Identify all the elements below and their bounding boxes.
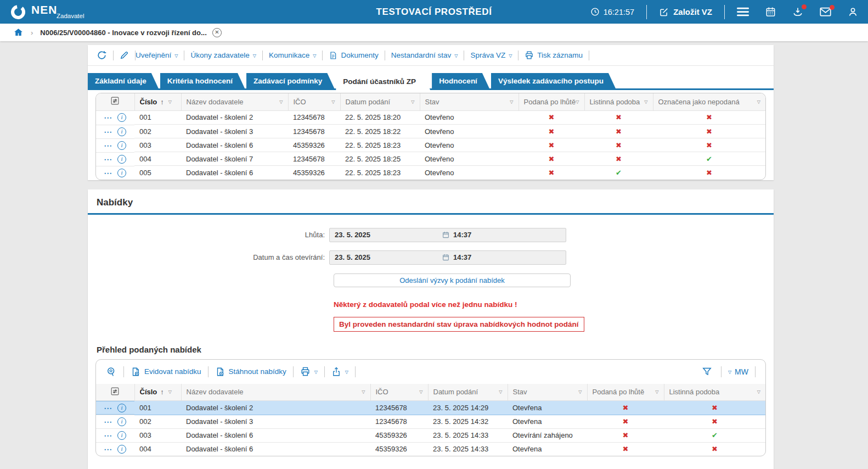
download-offers-button[interactable]: Stáhnout nabídky (210, 367, 292, 377)
menu-icon[interactable] (737, 7, 749, 17)
filter-icon[interactable]: ▽ (499, 389, 502, 394)
row-menu-icon[interactable]: ●●● (104, 171, 112, 175)
table-row[interactable]: ●●●i003Dodavatel - školení 64535932623. … (96, 428, 765, 442)
downloads-icon[interactable] (792, 7, 803, 18)
tab-pod-n-astn-k-zp[interactable]: Podání účastníků ZP (336, 73, 430, 90)
row-menu-icon[interactable]: ●●● (104, 130, 112, 133)
messages-icon[interactable] (820, 7, 831, 16)
toolbar-item-uve-ejn-n[interactable]: Uveřejnění▽ (136, 51, 184, 59)
info-icon[interactable]: i (117, 169, 126, 177)
filter-icon[interactable]: ▽ (168, 389, 172, 394)
filter-icon[interactable]: ▽ (411, 99, 414, 104)
home-icon[interactable] (13, 27, 24, 37)
app-logo[interactable]: NEN Zadavatel (10, 4, 84, 20)
row-menu-icon[interactable]: ●●● (104, 434, 112, 437)
send-invitation-button[interactable]: Odeslání výzvy k podání nabídek (334, 273, 571, 287)
column-header-datum-pod-n[interactable]: Datum podání▽ (428, 384, 508, 401)
column-header-podan-po-lh-t[interactable]: Podaná po lhůtě▽ (587, 384, 664, 401)
column-header-listinn-podoba[interactable]: Listinná podoba▽ (584, 93, 653, 110)
search-participant-icon[interactable] (105, 366, 122, 377)
column-header-stav[interactable]: Stav▽ (420, 93, 518, 110)
filter-icon[interactable]: ▽ (331, 99, 335, 104)
table-row[interactable]: ●●●i002Dodavatel - školení 31234567823. … (96, 415, 765, 428)
register-offer-button[interactable]: Evidovat nabídku (125, 367, 207, 377)
info-icon[interactable]: i (117, 431, 126, 440)
filter-icon[interactable]: ▽ (757, 99, 760, 104)
info-icon[interactable]: i (117, 404, 126, 412)
tab-hodnocen[interactable]: Hodnocení (432, 73, 489, 88)
mw-view-button[interactable]: ▽ MW (728, 367, 748, 376)
filter-icon[interactable]: ▽ (279, 99, 283, 104)
row-menu-icon[interactable]: ●●● (104, 420, 112, 423)
filter-icon[interactable]: ▽ (419, 389, 422, 394)
deadline-date-value[interactable]: 23. 5. 2025 (330, 231, 442, 239)
toolbar-item-komunikace[interactable]: Komunikace▽ (263, 51, 322, 59)
column-header-i-o[interactable]: IČO▽ (288, 93, 340, 110)
info-icon[interactable]: i (117, 127, 126, 136)
column-header-i-o[interactable]: IČO▽ (370, 384, 428, 401)
column-header-n-zev-dodavatele[interactable]: Název dodavatele▽ (181, 384, 370, 401)
refresh-icon[interactable] (97, 50, 113, 60)
column-header-stav[interactable]: Stav▽ (508, 384, 587, 401)
opening-input[interactable]: 23. 5. 2025 14:37 (329, 250, 566, 265)
toolbar-item-tisk-z-znamu[interactable]: Tisk záznamu (518, 51, 589, 60)
column-header-datum-pod-n[interactable]: Datum podání▽ (340, 93, 420, 110)
row-menu-icon[interactable]: ●●● (104, 448, 112, 451)
column-header-podan-po-lh-t[interactable]: Podaná po lhůtě▽ (518, 93, 584, 110)
filter-icon[interactable]: ▽ (510, 99, 513, 104)
column-header-n-zev-dodavatele[interactable]: Název dodavatele▽ (181, 93, 288, 110)
tab-v-sledek-zad-vac-ho-postupu[interactable]: Výsledek zadávacího postupu (491, 73, 616, 88)
filter-icon[interactable]: ▽ (655, 389, 658, 394)
deadline-time-value[interactable]: 14:37 (453, 231, 471, 239)
column-header-slo[interactable]: Číslo↑▽ (134, 384, 181, 401)
info-icon[interactable]: i (117, 141, 126, 150)
filter-icon[interactable]: ▽ (362, 389, 365, 394)
chevron-down-icon: ▽ (253, 53, 256, 58)
edit-record-icon[interactable] (114, 51, 135, 60)
breadcrumb-item[interactable]: N006/25/V00004860 - Inovace v rozvoji ří… (40, 29, 206, 37)
opening-time-value[interactable]: 14:37 (453, 253, 471, 261)
filter-icon[interactable]: ▽ (757, 389, 760, 394)
export-offers-button[interactable]: ▽ (326, 367, 354, 377)
close-record-icon[interactable]: ✕ (212, 28, 222, 37)
cell-datum: 22. 5. 2025 18:20 (340, 110, 420, 125)
row-menu-icon[interactable]: ●●● (104, 406, 112, 410)
print-offers-button[interactable]: ▽ (295, 366, 323, 377)
info-icon[interactable]: i (117, 155, 126, 164)
filter-icon[interactable]: ▽ (168, 99, 172, 104)
filter-funnel-icon[interactable] (700, 366, 714, 377)
calendar-icon[interactable] (765, 7, 776, 17)
column-chooser[interactable] (96, 93, 134, 110)
row-menu-icon[interactable]: ●●● (104, 116, 112, 119)
table-row[interactable]: ●●●i001Dodavatel - školení 21234567822. … (96, 110, 765, 125)
filter-icon[interactable]: ▽ (576, 99, 579, 104)
create-vz-button[interactable]: Založit VZ (659, 7, 712, 17)
opening-date-value[interactable]: 23. 5. 2025 (330, 253, 442, 261)
table-row[interactable]: ●●●i004Dodavatel - školení 71234567822. … (96, 152, 765, 166)
info-icon[interactable]: i (117, 113, 126, 122)
tab-z-kladn-daje[interactable]: Základní údaje (88, 73, 159, 88)
user-profile-icon[interactable] (848, 7, 858, 17)
info-icon[interactable]: i (117, 445, 126, 454)
column-header-listinn-podoba[interactable]: Listinná podoba▽ (664, 384, 765, 401)
row-menu-icon[interactable]: ●●● (104, 144, 112, 147)
toolbar-item-spr-va-vz[interactable]: Správa VZ▽ (464, 51, 518, 59)
tab-krit-ria-hodnocen[interactable]: Kritéria hodnocení (160, 73, 245, 88)
table-row[interactable]: ●●●i004Dodavatel - školení 64535932623. … (96, 442, 765, 456)
column-header-slo[interactable]: Číslo↑▽ (134, 93, 181, 110)
table-row[interactable]: ●●●i001Dodavatel - školení 21234567823. … (96, 401, 765, 415)
filter-icon[interactable]: ▽ (578, 389, 582, 394)
toolbar-item-dokumenty[interactable]: Dokumenty (323, 51, 384, 60)
toolbar-item-nestandardn-stav[interactable]: Nestandardní stav▽ (385, 51, 464, 59)
tab-zad-vac-podm-nky[interactable]: Zadávací podmínky (246, 73, 334, 88)
info-icon[interactable]: i (117, 417, 126, 426)
filter-icon[interactable]: ▽ (644, 99, 647, 104)
table-row[interactable]: ●●●i005Dodavatel - školení 64535932622. … (96, 166, 765, 180)
row-menu-icon[interactable]: ●●● (104, 158, 112, 161)
table-row[interactable]: ●●●i002Dodavatel - školení 31234567822. … (96, 125, 765, 138)
column-header-ozna-ena-jako-nepodan[interactable]: Označena jako nepodaná▽ (653, 93, 765, 110)
table-row[interactable]: ●●●i003Dodavatel - školení 64535932622. … (96, 138, 765, 152)
column-chooser[interactable] (96, 384, 134, 401)
deadline-input[interactable]: 23. 5. 2025 14:37 (329, 228, 566, 242)
toolbar-item-kony-zadavatele[interactable]: Úkony zadavatele▽ (184, 51, 262, 59)
